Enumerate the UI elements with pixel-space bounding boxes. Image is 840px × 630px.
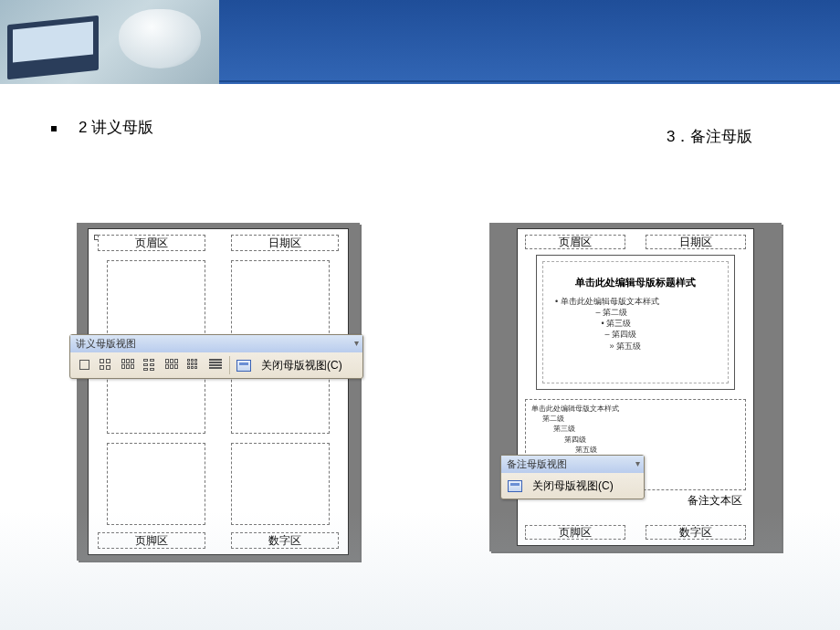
notes-l3: 第三级 bbox=[531, 424, 619, 434]
layout-3-icon bbox=[121, 359, 135, 372]
header-right-region[interactable]: 日期区 bbox=[231, 235, 339, 251]
toolbar-separator bbox=[229, 356, 230, 374]
caption-notes-text: 3．备注母版 bbox=[667, 128, 752, 145]
notes-l5: 第五级 bbox=[531, 445, 619, 455]
layout-1-icon bbox=[78, 359, 91, 372]
notes-body: 单击此处编辑母版文本样式 第二级 第三级 第四级 第五级 bbox=[531, 404, 619, 455]
notes-area-label: 备注文本区 bbox=[688, 493, 742, 509]
layout-6-button[interactable] bbox=[162, 355, 182, 375]
notes-slide-placeholder[interactable]: 单击此处编辑母版标题样式 • 单击此处编辑母版文本样式 – 第二级 • 第三级 … bbox=[536, 255, 735, 390]
handout-master-preview: 页眉区 日期区 页脚区 数字区 bbox=[77, 223, 360, 561]
close-master-label-2: 关闭母版视图(C) bbox=[532, 478, 614, 494]
slide-body-l3: • 第三级 bbox=[555, 318, 659, 329]
handout-master-toolbar[interactable]: 讲义母版视图 ▾ 关闭母版视图(C) bbox=[69, 334, 363, 379]
footer-right-region[interactable]: 数字区 bbox=[231, 532, 339, 549]
notes-slide-title: 单击此处编辑母版标题样式 bbox=[559, 276, 712, 289]
layout-3-button[interactable] bbox=[118, 355, 138, 375]
bullet-icon bbox=[51, 126, 57, 131]
normal-view-button-2[interactable] bbox=[505, 476, 525, 496]
slide-header bbox=[0, 0, 840, 91]
layout-outline-icon bbox=[209, 359, 223, 372]
layout-6-icon bbox=[165, 359, 179, 372]
notes-master-preview: 页眉区 日期区 单击此处编辑母版标题样式 • 单击此处编辑母版文本样式 – 第二… bbox=[489, 223, 782, 551]
slide-view-icon bbox=[236, 360, 251, 372]
notes-l2: 第二级 bbox=[531, 414, 619, 424]
layout-1-button[interactable] bbox=[74, 355, 94, 375]
toolbar-title-text: 讲义母版视图 bbox=[76, 338, 136, 349]
notes-footer-right[interactable]: 数字区 bbox=[646, 525, 746, 540]
toolbar-title[interactable]: 讲义母版视图 ▾ bbox=[70, 335, 362, 352]
slide-view-icon-2 bbox=[508, 480, 522, 492]
toolbar2-title[interactable]: 备注母版视图 ▾ bbox=[501, 456, 644, 473]
notes-header-right[interactable]: 日期区 bbox=[646, 235, 746, 249]
notes-l4: 第四级 bbox=[531, 435, 619, 445]
caption-handout-text: 2 讲义母版 bbox=[79, 119, 153, 136]
toolbar-row: 关闭母版视图(C) bbox=[70, 352, 362, 378]
slide-body-l5: » 第五级 bbox=[555, 341, 659, 352]
header-blue-bar bbox=[219, 0, 840, 84]
close-master-button[interactable]: 关闭母版视图(C) bbox=[256, 358, 348, 373]
toolbar2-title-text: 备注母版视图 bbox=[507, 458, 567, 469]
toolbar-dropdown-icon[interactable]: ▾ bbox=[354, 338, 359, 348]
close-master-label: 关闭母版视图(C) bbox=[261, 358, 342, 373]
caption-handout-master: 2 讲义母版 bbox=[51, 117, 153, 138]
slide-placeholder-2[interactable] bbox=[231, 260, 330, 342]
header-photo bbox=[0, 0, 219, 84]
notes-master-toolbar[interactable]: 备注母版视图 ▾ 关闭母版视图(C) bbox=[500, 455, 645, 499]
slide-placeholder-6[interactable] bbox=[231, 443, 330, 525]
header-left-region[interactable]: 页眉区 bbox=[98, 235, 205, 251]
layout-2-button[interactable] bbox=[96, 355, 116, 375]
handout-paper: 页眉区 日期区 页脚区 数字区 bbox=[88, 228, 349, 555]
layout-9-icon bbox=[187, 359, 201, 372]
slide-body-l2: – 第二级 bbox=[555, 307, 659, 318]
slide-body-l1: • 单击此处编辑母版文本样式 bbox=[555, 296, 659, 307]
layout-9-button[interactable] bbox=[184, 355, 204, 375]
footer-left-region[interactable]: 页脚区 bbox=[98, 532, 205, 549]
close-master-button-2[interactable]: 关闭母版视图(C) bbox=[527, 478, 619, 494]
normal-view-button[interactable] bbox=[234, 355, 254, 375]
notes-header-left[interactable]: 页眉区 bbox=[525, 235, 625, 249]
slide-body-l4: – 第四级 bbox=[555, 329, 659, 340]
mouse-graphic bbox=[119, 9, 201, 68]
notes-l1: 单击此处编辑母版文本样式 bbox=[531, 404, 619, 414]
notes-footer-left[interactable]: 页脚区 bbox=[525, 525, 625, 540]
notes-slide-body: • 单击此处编辑母版文本样式 – 第二级 • 第三级 – 第四级 » 第五级 bbox=[555, 296, 659, 352]
layout-4-icon bbox=[143, 359, 157, 372]
slide-placeholder-5[interactable] bbox=[107, 443, 205, 525]
layout-2-icon bbox=[100, 359, 113, 372]
toolbar2-dropdown-icon[interactable]: ▾ bbox=[635, 458, 640, 468]
layout-4-button[interactable] bbox=[140, 355, 160, 375]
laptop-graphic bbox=[7, 16, 99, 80]
header-divider bbox=[219, 80, 840, 82]
slide-placeholder-1[interactable] bbox=[107, 260, 205, 342]
layout-outline-button[interactable] bbox=[205, 355, 226, 375]
caption-notes-master: 3．备注母版 bbox=[667, 126, 752, 147]
toolbar2-row: 关闭母版视图(C) bbox=[501, 473, 644, 499]
